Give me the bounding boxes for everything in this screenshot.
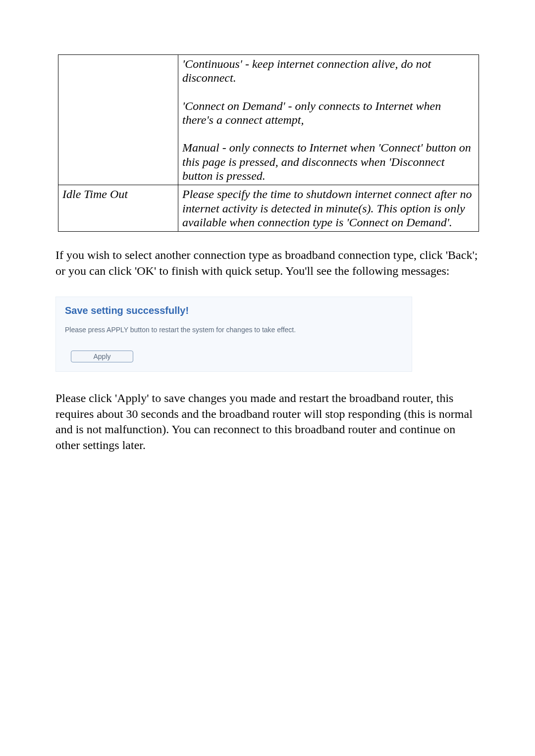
cell-label <box>58 55 178 185</box>
cell-desc: 'Continuous' - keep internet connection … <box>178 55 479 185</box>
desc-paragraph: 'Continuous' - keep internet connection … <box>182 57 475 85</box>
body-paragraph: If you wish to select another connection… <box>55 248 480 279</box>
definitions-table: 'Continuous' - keep internet connection … <box>58 54 479 232</box>
body-paragraph: Please click 'Apply' to save changes you… <box>55 391 480 454</box>
save-success-panel: Save setting successfully! Please press … <box>55 297 412 372</box>
desc-paragraph: Manual - only connects to Internet when … <box>182 141 475 183</box>
desc-paragraph: 'Connect on Demand' - only connects to I… <box>182 99 475 127</box>
apply-button[interactable]: Apply <box>71 351 133 363</box>
table-row: 'Continuous' - keep internet connection … <box>58 55 479 185</box>
panel-message: Please press APPLY button to restart the… <box>65 326 412 334</box>
panel-title: Save setting successfully! <box>65 305 412 317</box>
table-row: Idle Time Out Please specify the time to… <box>58 185 479 232</box>
cell-desc: Please specify the time to shutdown inte… <box>178 185 479 232</box>
cell-label: Idle Time Out <box>58 185 178 232</box>
